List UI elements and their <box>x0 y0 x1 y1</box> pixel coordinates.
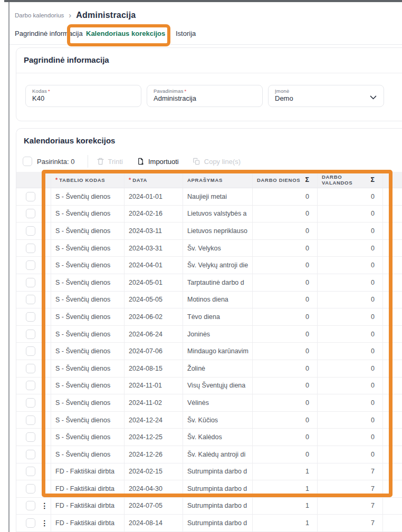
cell-data[interactable]: 2024-06-24 <box>125 326 183 343</box>
cell-darbo-dienos[interactable]: 0 <box>253 223 318 239</box>
cell-darbo-valandos[interactable]: 7 <box>318 480 383 497</box>
row-checkbox[interactable] <box>26 312 35 322</box>
cell-tabelio-kodas[interactable]: S - Švenčių dienos <box>51 343 125 360</box>
column-header-data[interactable]: *Data <box>125 172 183 188</box>
row-menu-icon[interactable]: ⋮ <box>41 347 49 355</box>
cell-tabelio-kodas[interactable]: FD - Faktiškai dirbta <box>51 515 125 531</box>
row-menu-icon[interactable]: ⋮ <box>41 433 49 441</box>
row-menu-icon[interactable]: ⋮ <box>41 382 49 389</box>
delete-button[interactable]: Trinti <box>97 157 123 166</box>
cell-tabelio-kodas[interactable]: S - Švenčių dienos <box>51 412 125 429</box>
cell-aprasymas[interactable]: Tėvo diena <box>183 308 253 325</box>
cell-data[interactable]: 2024-07-05 <box>125 498 183 515</box>
cell-tabelio-kodas[interactable]: S - Švenčių dienos <box>51 446 125 463</box>
row-checkbox[interactable] <box>26 398 35 408</box>
cell-data[interactable]: 2024-04-01 <box>125 257 183 274</box>
row-menu-icon[interactable]: ⋮ <box>41 262 49 269</box>
cell-data[interactable]: 2024-07-06 <box>125 343 183 360</box>
cell-data[interactable]: 2024-12-25 <box>125 429 183 446</box>
cell-darbo-valandos[interactable]: 0 <box>318 412 383 429</box>
cell-darbo-valandos[interactable]: 0 <box>318 343 383 360</box>
row-menu-icon[interactable]: ⋮ <box>41 210 49 217</box>
row-checkbox[interactable] <box>26 260 35 270</box>
cell-tabelio-kodas[interactable]: FD - Faktiškai dirbta <box>51 463 125 480</box>
cell-darbo-valandos[interactable]: 0 <box>318 240 383 257</box>
cell-aprasymas[interactable]: Šv. Kalėdų antroji di <box>183 446 253 463</box>
cell-darbo-dienos[interactable]: 0 <box>253 394 318 411</box>
cell-data[interactable]: 2024-12-24 <box>125 412 183 429</box>
cell-darbo-dienos[interactable]: 0 <box>253 240 318 257</box>
cell-darbo-dienos[interactable]: 0 <box>253 429 318 446</box>
cell-darbo-valandos[interactable]: 0 <box>318 360 383 377</box>
cell-aprasymas[interactable]: Tarptautinė darbo d <box>183 274 253 291</box>
sum-icon[interactable]: Σ <box>305 176 309 183</box>
cell-tabelio-kodas[interactable]: S - Švenčių dienos <box>51 308 125 325</box>
cell-darbo-valandos[interactable]: 0 <box>318 223 383 239</box>
cell-aprasymas[interactable]: Sutrumpinta darbo d <box>183 515 253 531</box>
cell-darbo-dienos[interactable]: 0 <box>253 360 318 377</box>
cell-aprasymas[interactable]: Lietuvos nepriklauso <box>183 223 253 239</box>
row-checkbox[interactable] <box>26 346 35 356</box>
cell-darbo-dienos[interactable]: 1 <box>253 463 318 480</box>
cell-tabelio-kodas[interactable]: S - Švenčių dienos <box>51 206 125 223</box>
row-checkbox[interactable] <box>26 330 35 339</box>
tab-kalendoriaus-korekcijos[interactable]: Kalendoriaus korekcijos <box>86 30 165 45</box>
cell-tabelio-kodas[interactable]: FD - Faktiškai dirbta <box>51 480 125 497</box>
cell-data[interactable]: 2024-12-26 <box>125 446 183 463</box>
row-checkbox[interactable] <box>26 467 35 476</box>
copy-lines-button[interactable]: Copy line(s) <box>193 157 241 166</box>
cell-tabelio-kodas[interactable]: S - Švenčių dienos <box>51 223 125 239</box>
cell-darbo-valandos[interactable]: 0 <box>318 257 383 274</box>
cell-darbo-dienos[interactable]: 1 <box>253 480 318 497</box>
cell-darbo-valandos[interactable]: 0 <box>318 394 383 411</box>
row-menu-icon[interactable]: ⋮ <box>41 399 49 407</box>
cell-aprasymas[interactable]: Sutrumpinta darbo d <box>183 498 253 515</box>
cell-darbo-valandos[interactable]: 0 <box>318 188 383 205</box>
row-menu-icon[interactable]: ⋮ <box>41 331 49 338</box>
cell-darbo-dienos[interactable]: 0 <box>253 188 318 205</box>
cell-data[interactable]: 2024-08-14 <box>125 515 183 531</box>
row-menu-icon[interactable]: ⋮ <box>41 451 49 458</box>
row-menu-icon[interactable]: ⋮ <box>41 313 49 321</box>
row-checkbox[interactable] <box>26 501 35 510</box>
cell-darbo-valandos[interactable]: 0 <box>318 292 383 308</box>
cell-darbo-dienos[interactable]: 0 <box>253 308 318 325</box>
cell-darbo-valandos[interactable]: 7 <box>318 498 383 515</box>
column-header-aprasymas[interactable]: Aprašymas <box>183 172 253 188</box>
cell-tabelio-kodas[interactable]: S - Švenčių dienos <box>51 360 125 377</box>
row-menu-icon[interactable]: ⋮ <box>41 417 49 424</box>
cell-tabelio-kodas[interactable]: S - Švenčių dienos <box>51 188 125 205</box>
row-menu-icon[interactable]: ⋮ <box>41 519 49 527</box>
cell-tabelio-kodas[interactable]: S - Švenčių dienos <box>51 326 125 343</box>
breadcrumb-parent-link[interactable]: Darbo kalendorius <box>15 12 64 18</box>
pavadinimas-field[interactable]: Pavadinimas* Administracija <box>147 85 263 107</box>
row-checkbox[interactable] <box>26 432 35 442</box>
cell-aprasymas[interactable]: Žolinė <box>183 360 253 377</box>
kodas-field[interactable]: Kodas* K40 <box>25 85 141 107</box>
cell-tabelio-kodas[interactable]: FD - Faktiškai dirbta <box>51 498 125 515</box>
cell-darbo-valandos[interactable]: 0 <box>318 326 383 343</box>
cell-tabelio-kodas[interactable]: S - Švenčių dienos <box>51 240 125 257</box>
cell-data[interactable]: 2024-01-01 <box>125 188 183 205</box>
row-checkbox[interactable] <box>26 209 35 218</box>
cell-data[interactable]: 2024-11-01 <box>125 378 183 394</box>
cell-data[interactable]: 2024-04-30 <box>125 480 183 497</box>
cell-darbo-dienos[interactable]: 0 <box>253 206 318 223</box>
cell-data[interactable]: 2024-03-31 <box>125 240 183 257</box>
row-menu-icon[interactable]: ⋮ <box>41 279 49 286</box>
cell-darbo-dienos[interactable]: 0 <box>253 257 318 274</box>
row-checkbox[interactable] <box>26 244 35 253</box>
cell-aprasymas[interactable]: Sutrumpinta darbo d <box>183 480 253 497</box>
cell-darbo-valandos[interactable]: 0 <box>318 429 383 446</box>
row-menu-icon[interactable]: ⋮ <box>41 485 49 492</box>
cell-data[interactable]: 2024-05-01 <box>125 274 183 291</box>
cell-aprasymas[interactable]: Mindaugo karūnavim <box>183 343 253 360</box>
cell-aprasymas[interactable]: Šv. Kalėdos <box>183 429 253 446</box>
tab-istorija[interactable]: Istorija <box>176 30 196 44</box>
cell-tabelio-kodas[interactable]: S - Švenčių dienos <box>51 394 125 411</box>
row-menu-icon[interactable]: ⋮ <box>41 502 49 509</box>
row-checkbox[interactable] <box>26 381 35 390</box>
row-menu-icon[interactable]: ⋮ <box>41 227 49 235</box>
row-checkbox[interactable] <box>26 415 35 425</box>
row-menu-icon[interactable]: ⋮ <box>41 296 49 303</box>
